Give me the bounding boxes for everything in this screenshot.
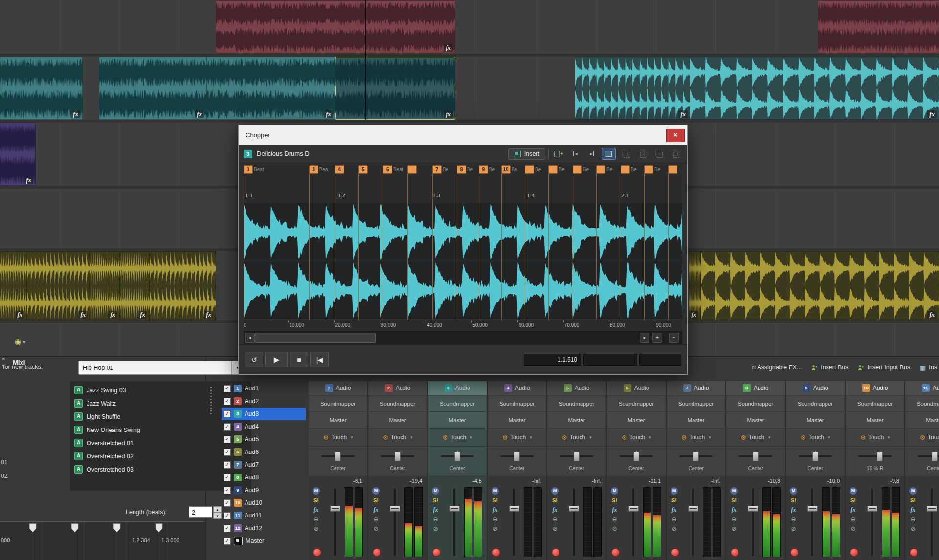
pan-thumb[interactable] — [877, 452, 883, 461]
downmix-button[interactable]: ⊘ — [313, 526, 318, 532]
audio-clip[interactable]: fx — [99, 57, 206, 120]
beat-marker-flag[interactable] — [407, 165, 417, 174]
fx-button[interactable]: fx — [851, 506, 856, 514]
pan-thumb[interactable] — [395, 452, 401, 461]
toolbar-item-insert-bus[interactable]: Insert Bus — [811, 364, 848, 371]
solo-button[interactable]: S! — [492, 497, 498, 503]
mute-button[interactable]: M — [432, 487, 439, 495]
fx-button[interactable]: fx — [672, 506, 677, 514]
channel-meter-section[interactable]: -Inf.MS!fx⊖⊘ — [667, 476, 725, 560]
pan-control[interactable]: Center — [726, 447, 785, 476]
pan-thumb[interactable] — [335, 452, 341, 461]
record-arm-button[interactable] — [373, 548, 381, 557]
beat-marker-flag[interactable] — [573, 165, 582, 174]
track-visible-checkbox[interactable]: ✓ — [224, 436, 231, 443]
audio-clip[interactable]: fx — [689, 251, 701, 320]
fx-button[interactable]: fx — [493, 506, 498, 514]
record-arm-button[interactable] — [552, 548, 560, 557]
scroll-right-button[interactable]: ▸ — [640, 333, 649, 343]
selection-length-display[interactable] — [583, 354, 637, 366]
mixer-channel-strip[interactable]: 7AudioSoundmapperMaster⚙Touch▾Center-Inf… — [667, 381, 726, 560]
fx-button[interactable]: fx — [374, 506, 379, 514]
mute-button[interactable]: M — [611, 487, 618, 495]
beat-marker-flag[interactable]: 1 — [244, 165, 253, 174]
channel-meter-section[interactable]: -11,1MS!fx⊖⊘ — [607, 476, 666, 560]
device-selector[interactable]: Soundmapper — [310, 396, 366, 412]
downmix-button[interactable]: ⊘ — [731, 526, 736, 532]
beat-marker-flag[interactable]: 5 — [358, 165, 368, 174]
pan-thumb[interactable] — [574, 452, 580, 461]
track-visible-checkbox[interactable]: ✓ — [224, 423, 231, 431]
channel-meter-section[interactable]: -10,3MS!fx⊖⊘ — [726, 476, 785, 560]
pan-control[interactable]: 15 % R — [846, 447, 904, 476]
scroll-left-button[interactable]: ◂ — [245, 333, 255, 343]
downmix-button[interactable]: ⊘ — [373, 526, 378, 532]
spin-down-icon[interactable]: ▾ — [213, 513, 222, 519]
record-arm-button[interactable] — [850, 548, 858, 557]
volume-fader-track[interactable] — [573, 488, 575, 556]
fx-button[interactable]: fx — [433, 506, 438, 514]
mixer-track-row[interactable]: ✓Master — [222, 535, 306, 547]
toolbar-item-rt-assignable-fx-[interactable]: rt Assignable FX... — [752, 364, 802, 371]
automation-mode-selector[interactable]: ⚙Touch▾ — [428, 429, 487, 447]
chopper-scrollbar[interactable]: ◂ ▸ + − — [244, 331, 682, 345]
phase-invert-button[interactable]: ⊖ — [433, 517, 438, 523]
downmix-button[interactable]: ⊘ — [612, 526, 617, 532]
fx-button[interactable]: fx — [791, 506, 796, 514]
audio-clip[interactable]: fx — [701, 251, 939, 320]
track-visible-checkbox[interactable]: ✓ — [224, 385, 231, 392]
mixer-track-row[interactable]: ✓2Aud2 — [222, 395, 306, 408]
output-bus-selector[interactable]: Master — [608, 412, 665, 429]
pan-thumb[interactable] — [693, 452, 699, 461]
chopper-time-ruler[interactable]: 010.00020.00030.00040.00050.00060.00070.… — [244, 320, 682, 332]
channel-meter-section[interactable]: -9,8MS!fx⊖⊘ — [846, 476, 904, 560]
volume-fader-track[interactable] — [394, 488, 396, 556]
beat-marker-flag[interactable]: 10 — [501, 165, 511, 174]
downmix-button[interactable]: ⊘ — [791, 526, 796, 532]
volume-fader-thumb[interactable] — [688, 506, 698, 512]
pan-thumb[interactable] — [932, 452, 938, 461]
output-bus-selector[interactable]: Master — [847, 412, 903, 429]
volume-fader-track[interactable] — [632, 488, 634, 556]
device-selector[interactable]: Soundmapper — [608, 396, 665, 412]
track-visible-checkbox[interactable]: ✓ — [224, 449, 231, 456]
device-selector[interactable]: Soundmapper — [787, 396, 844, 412]
mute-button[interactable]: M — [850, 487, 857, 495]
chopper-titlebar[interactable]: Chopper × — [239, 125, 687, 145]
record-arm-button[interactable] — [313, 548, 321, 557]
zoom-out-button[interactable]: − — [669, 333, 679, 343]
audio-clip[interactable]: fx — [90, 251, 120, 320]
playhead-cursor[interactable] — [365, 0, 366, 120]
spin-up-icon[interactable]: ▴ — [213, 506, 222, 513]
stop-button[interactable]: ■ — [290, 352, 308, 367]
mixer-track-row[interactable]: ✓12Aud12 — [222, 522, 306, 535]
beat-marker-flag[interactable] — [596, 165, 605, 174]
fx-button[interactable]: fx — [314, 506, 319, 514]
volume-fader-track[interactable] — [692, 488, 694, 556]
shift-selection-right-icon[interactable]: ▸ — [585, 148, 599, 160]
output-bus-selector[interactable]: Master — [787, 412, 844, 429]
volume-fader-thumb[interactable] — [807, 506, 818, 512]
mixer-track-row[interactable]: ✓7Aud7 — [222, 458, 306, 471]
beat-marker-flag[interactable] — [621, 165, 630, 174]
volume-fader-track[interactable] — [811, 488, 813, 556]
solo-button[interactable]: S! — [850, 497, 856, 503]
audio-clip[interactable] — [818, 0, 939, 53]
zoom-in-button[interactable]: + — [652, 333, 662, 343]
channel-meter-section[interactable]: -10,0MS!fx⊖⊘ — [786, 476, 845, 560]
automation-mode-selector[interactable]: ⚙Touch▾ — [846, 429, 904, 447]
beat-marker-flag[interactable]: 3 — [309, 165, 318, 174]
volume-fader-thumb[interactable] — [748, 506, 758, 512]
record-arm-button[interactable] — [492, 548, 500, 557]
volume-fader-thumb[interactable] — [390, 506, 400, 512]
mixer-channel-strip[interactable]: 11AudioSoundmapperMaster⚙Touch▾CenterMS!… — [905, 381, 939, 560]
beat-marker-flag[interactable]: 7 — [432, 165, 442, 174]
fx-badge[interactable]: fx — [444, 44, 453, 52]
downmix-button[interactable]: ⊘ — [492, 526, 497, 532]
channel-tab[interactable]: 2Audio — [368, 381, 427, 395]
volume-fader-thumb[interactable] — [628, 506, 639, 512]
mixer-track-row[interactable]: ✓10Aud10 — [222, 496, 306, 509]
record-arm-button[interactable] — [790, 548, 799, 557]
mute-button[interactable]: M — [551, 487, 559, 495]
close-button[interactable]: × — [666, 129, 685, 142]
